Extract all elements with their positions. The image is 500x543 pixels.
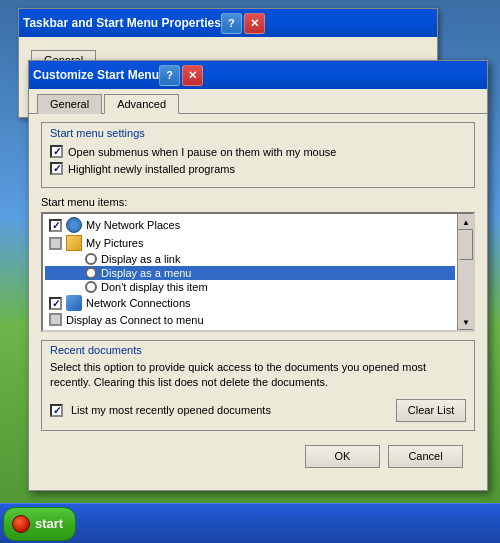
netconn-icon [66, 295, 82, 311]
bg-help-button[interactable]: ? [221, 13, 242, 34]
windows-logo-icon [12, 515, 30, 533]
bg-close-button[interactable]: ✕ [244, 13, 265, 34]
dialog-close-button[interactable]: ✕ [182, 65, 203, 86]
dialog-content: Start menu settings Open submenus when I… [29, 113, 487, 490]
network-checkbox[interactable] [49, 219, 62, 232]
clear-list-button[interactable]: Clear List [396, 399, 466, 422]
cb2-row: Highlight newly installed programs [50, 162, 466, 175]
list-item-network-places[interactable]: My Network Places [45, 216, 455, 234]
radio-display-link[interactable]: Display as a link [45, 252, 455, 266]
bg-window-controls: ? ✕ [221, 13, 265, 34]
network-icon [66, 217, 82, 233]
list-items[interactable]: My Network Places My Pictures Display as… [43, 214, 457, 330]
recent-checkbox[interactable] [50, 404, 63, 417]
dialog-titlebar: Customize Start Menu ? ✕ [29, 61, 487, 89]
desktop: Taskbar and Start Menu Properties ? ✕ Ge… [0, 0, 500, 543]
bg-window-titlebar: Taskbar and Start Menu Properties ? ✕ [19, 9, 437, 37]
main-dialog: Customize Start Menu ? ✕ General Advance… [28, 60, 488, 491]
pictures-icon [66, 235, 82, 251]
scroll-track[interactable] [458, 230, 473, 314]
bottom-buttons: OK Cancel [41, 441, 475, 478]
cb2-checkbox[interactable] [50, 162, 63, 175]
bg-window-title: Taskbar and Start Menu Properties [23, 16, 221, 30]
cb2-label: Highlight newly installed programs [68, 163, 235, 175]
scroll-up-btn[interactable]: ▲ [458, 214, 474, 230]
ok-button[interactable]: OK [305, 445, 380, 468]
list-label: Start menu items: [41, 196, 475, 208]
recent-docs-title: Recent documents [42, 341, 474, 356]
list-section: Start menu items: My Network Places [41, 196, 475, 332]
scroll-down-btn[interactable]: ▼ [458, 314, 474, 330]
netconn-checkbox[interactable] [49, 297, 62, 310]
recent-docs-text: Select this option to provide quick acce… [42, 356, 474, 395]
radio-display-menu[interactable]: Display as a menu [45, 266, 455, 280]
radio-no-display[interactable]: Don't display this item [45, 280, 455, 294]
dialog-help-button[interactable]: ? [159, 65, 180, 86]
connect-checkbox[interactable] [49, 313, 62, 326]
recent-actions: List my most recently opened documents C… [42, 395, 474, 430]
cb1-row: Open submenus when I pause on them with … [50, 145, 466, 158]
start-label: start [35, 516, 63, 531]
recent-checkbox-label: List my most recently opened documents [71, 404, 271, 416]
list-item-pictures[interactable]: My Pictures [45, 234, 455, 252]
settings-group-label: Start menu settings [50, 127, 466, 139]
list-item-network-conn[interactable]: Network Connections [45, 294, 455, 312]
radio-dot-none [85, 281, 97, 293]
pictures-checkbox[interactable] [49, 237, 62, 250]
tab-general[interactable]: General [37, 94, 102, 114]
tab-area: General Advanced [29, 89, 487, 113]
start-button[interactable]: start [3, 507, 76, 541]
list-scrollbar[interactable]: ▲ ▼ [457, 214, 473, 330]
dialog-controls: ? ✕ [159, 65, 203, 86]
tab-advanced[interactable]: Advanced [104, 94, 179, 114]
cancel-button[interactable]: Cancel [388, 445, 463, 468]
dialog-title: Customize Start Menu [33, 68, 159, 82]
cb1-label: Open submenus when I pause on them with … [68, 146, 336, 158]
recent-docs-group: Recent documents Select this option to p… [41, 340, 475, 431]
start-menu-settings-group: Start menu settings Open submenus when I… [41, 122, 475, 188]
cb1-checkbox[interactable] [50, 145, 63, 158]
taskbar: start [0, 503, 500, 543]
list-container: My Network Places My Pictures Display as… [41, 212, 475, 332]
scroll-thumb[interactable] [459, 230, 473, 260]
list-item-connect[interactable]: Display as Connect to menu [45, 312, 455, 327]
radio-dot-link [85, 253, 97, 265]
radio-dot-menu [85, 267, 97, 279]
